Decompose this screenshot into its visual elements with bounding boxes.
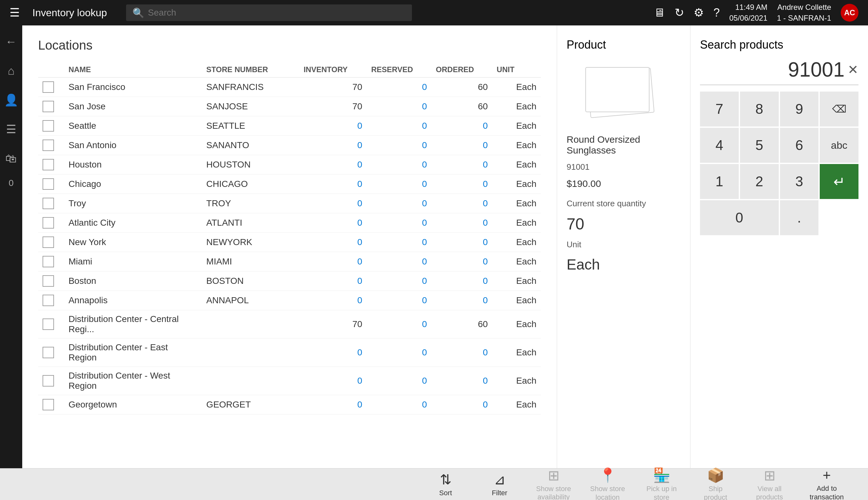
row-checkbox[interactable] [43,375,54,387]
numpad-enter[interactable]: ↵ [820,164,858,199]
row-reserved: 0 [367,155,432,174]
ship-action[interactable]: 📦 Shipproduct [690,464,741,500]
ship-label: Shipproduct [704,485,727,500]
table-row[interactable]: Chicago CHICAGO 0 0 0 Each [38,174,541,194]
gear-icon[interactable]: ⚙ [694,6,704,19]
topbar-icons: 🖥 ↻ ⚙ ? 11:49 AM 05/06/2021 Andrew Colle… [654,2,858,23]
row-checkbox[interactable] [43,120,54,132]
table-row[interactable]: Seattle SEATTLE 0 0 0 Each [38,116,541,136]
row-store: BOSTON [202,271,299,291]
row-inventory: 0 [299,291,367,310]
row-checkbox-cell [38,116,64,136]
row-checkbox-cell [38,97,64,116]
row-checkbox[interactable] [43,217,54,229]
row-checkbox-cell [38,213,64,233]
numpad-dot[interactable]: . [780,200,819,235]
filter-action[interactable]: ⊿ Filter [474,468,525,500]
table-row[interactable]: Georgetown GEORGET 0 0 0 Each [38,395,541,414]
help-icon[interactable]: ? [713,6,720,19]
numpad-3[interactable]: 3 [780,164,819,199]
row-reserved: 0 [367,213,432,233]
numpad-close-icon[interactable]: ✕ [848,62,858,77]
table-row[interactable]: San Francisco SANFRANCIS 70 0 60 Each [38,78,541,97]
show-store-location-action[interactable]: 📍 Show storelocation [582,464,633,500]
table-row[interactable]: Distribution Center - East Region 0 0 0 … [38,339,541,367]
row-checkbox[interactable] [43,275,54,287]
product-name: Round Oversized Sunglasses [566,134,681,156]
sidebar-list-icon[interactable]: ☰ [3,120,19,139]
numpad-1[interactable]: 1 [700,164,739,199]
show-store-availability-action[interactable]: ⊞ Show storeavailability [528,464,579,500]
numpad-7[interactable]: 7 [700,92,739,126]
row-unit: Each [492,233,541,252]
row-checkbox[interactable] [43,178,54,190]
row-reserved: 0 [367,395,432,414]
table-row[interactable]: Boston BOSTON 0 0 0 Each [38,271,541,291]
row-checkbox-cell [38,233,64,252]
row-checkbox-cell [38,395,64,414]
row-unit: Each [492,339,541,367]
numpad-5[interactable]: 5 [740,128,779,163]
sidebar-back-icon[interactable]: ← [2,32,20,52]
row-ordered: 0 [431,136,492,155]
row-inventory: 0 [299,395,367,414]
table-row[interactable]: San Jose SANJOSE 70 0 60 Each [38,97,541,116]
row-store: SANJOSE [202,97,299,116]
numpad-9[interactable]: 9 [780,92,819,126]
row-checkbox[interactable] [43,159,54,170]
add-icon: + [823,467,831,483]
numpad-8[interactable]: 8 [740,92,779,126]
refresh-icon[interactable]: ↻ [675,6,684,19]
table-row[interactable]: New York NEWYORK 0 0 0 Each [38,233,541,252]
row-checkbox[interactable] [43,237,54,248]
row-checkbox[interactable] [43,81,54,93]
sidebar-people-icon[interactable]: 👤 [1,90,22,110]
numpad-4[interactable]: 4 [700,128,739,163]
row-checkbox-cell [38,136,64,155]
row-unit: Each [492,97,541,116]
sidebar-home-icon[interactable]: ⌂ [4,61,18,81]
row-checkbox[interactable] [43,295,54,306]
numpad-6[interactable]: 6 [780,128,819,163]
table-row[interactable]: Distribution Center - Central Regi... 70… [38,310,541,339]
numpad-title: Search products [700,38,858,52]
row-unit: Each [492,213,541,233]
table-row[interactable]: Distribution Center - West Region 0 0 0 … [38,367,541,395]
row-unit: Each [492,78,541,97]
pick-up-action[interactable]: 🏪 Pick up instore [636,464,687,500]
pick-up-label: Pick up instore [646,485,677,500]
avatar[interactable]: AC [841,4,858,22]
search-bar[interactable]: 🔍 [126,4,412,21]
view-all-label: View allproducts [756,485,783,500]
row-checkbox[interactable] [43,318,54,330]
row-checkbox[interactable] [43,101,54,112]
numpad-0[interactable]: 0 [700,200,779,235]
numpad-display: 91001 ✕ [700,58,858,85]
row-checkbox[interactable] [43,347,54,358]
table-row[interactable]: Atlantic City ATLANTI 0 0 0 Each [38,213,541,233]
row-checkbox[interactable] [43,139,54,151]
row-store: SANANTO [202,136,299,155]
table-row[interactable]: Miami MIAMI 0 0 0 Each [38,252,541,271]
hamburger-menu-icon[interactable]: ☰ [10,6,20,19]
search-icon: 🔍 [132,7,144,19]
table-row[interactable]: Troy TROY 0 0 0 Each [38,194,541,213]
numpad-abc[interactable]: abc [820,128,858,163]
bottom-bar: ⇅ Sort ⊿ Filter ⊞ Show storeavailability… [0,468,868,500]
row-checkbox[interactable] [43,256,54,267]
row-checkbox[interactable] [43,198,54,209]
row-reserved: 0 [367,310,432,339]
sort-action[interactable]: ⇅ Sort [420,468,471,500]
view-all-action[interactable]: ⊞ View allproducts [744,464,795,500]
table-row[interactable]: San Antonio SANANTO 0 0 0 Each [38,136,541,155]
numpad-backspace[interactable]: ⌫ [820,92,858,126]
row-inventory: 0 [299,367,367,395]
numpad-2[interactable]: 2 [740,164,779,199]
search-input[interactable] [148,8,406,18]
table-row[interactable]: Houston HOUSTON 0 0 0 Each [38,155,541,174]
table-row[interactable]: Annapolis ANNAPOL 0 0 0 Each [38,291,541,310]
row-checkbox[interactable] [43,399,54,410]
monitor-icon[interactable]: 🖥 [654,6,665,19]
sidebar-cart-icon[interactable]: 🛍 [2,149,20,169]
add-to-transaction-action[interactable]: + Add totransaction [798,464,855,500]
